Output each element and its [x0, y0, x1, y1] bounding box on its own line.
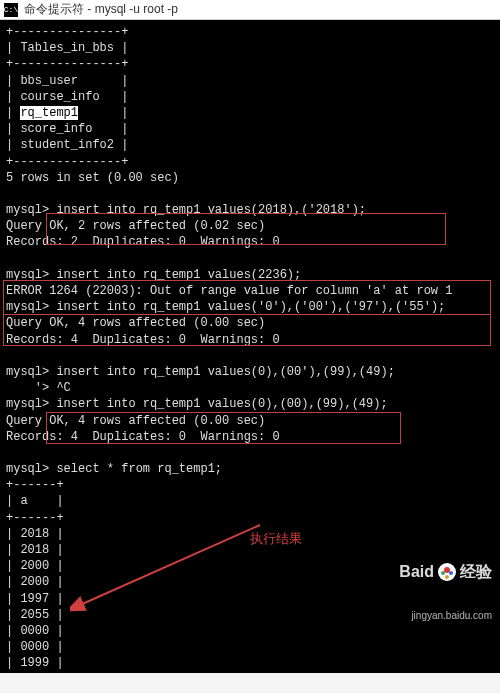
query-records: Records: 4 Duplicates: 0 Warnings: 0: [6, 430, 280, 444]
query-records: Records: 4 Duplicates: 0 Warnings: 0: [6, 333, 280, 347]
prompt: mysql>: [6, 300, 49, 314]
sql-insert-1: insert into rq_temp1 values(2018),('2018…: [56, 203, 366, 217]
annotation-label: 执行结果: [250, 530, 302, 548]
result-value: 2018: [20, 543, 49, 557]
prompt: mysql>: [6, 462, 49, 476]
sql-insert-2: insert into rq_temp1 values(2236);: [56, 268, 301, 282]
prompt: mysql>: [6, 203, 49, 217]
query-result: Query OK, 2 rows affected (0.02 sec): [6, 219, 265, 233]
window-title: 命令提示符 - mysql -u root -p: [24, 1, 178, 18]
result-value: 2000: [20, 575, 49, 589]
prompt: mysql>: [6, 365, 49, 379]
table-row: student_info2: [20, 138, 114, 152]
sql-insert-4: insert into rq_temp1 values(0),(00'),(99…: [56, 365, 394, 379]
table-row-highlighted: rq_temp1: [20, 106, 78, 120]
result-value: 2055: [20, 608, 49, 622]
watermark-url: jingyan.baidu.com: [399, 610, 492, 622]
result-border: +------+: [6, 511, 64, 525]
terminal-output[interactable]: +---------------+ | Tables_in_bbs | +---…: [0, 20, 500, 673]
result-border: +------+: [6, 478, 64, 492]
annotation-arrow-icon: [70, 515, 290, 635]
table-row: bbs_user: [20, 74, 78, 88]
result-value: 0000: [20, 640, 49, 654]
prompt: mysql>: [6, 397, 49, 411]
rowcount: 5 rows in set (0.00 sec): [6, 171, 179, 185]
result-value: 1997: [20, 592, 49, 606]
result-value: 2049: [20, 673, 49, 674]
prompt: mysql>: [6, 268, 49, 282]
watermark: Baid经验 jingyan.baidu.com: [399, 533, 492, 651]
result-value: 1999: [20, 656, 49, 670]
table-row: score_info: [20, 122, 92, 136]
sql-insert-3: insert into rq_temp1 values('0'),('00'),…: [56, 300, 445, 314]
sql-select: select * from rq_temp1;: [56, 462, 222, 476]
watermark-brand-suffix: 经验: [460, 562, 492, 581]
query-result: Query OK, 4 rows affected (0.00 sec): [6, 316, 265, 330]
table-border: +---------------+: [6, 25, 128, 39]
table-border: +---------------+: [6, 57, 128, 71]
table-row: course_info: [20, 90, 99, 104]
window-title-bar: C:\ 命令提示符 - mysql -u root -p: [0, 0, 500, 20]
query-result: Query OK, 4 rows affected (0.00 sec): [6, 414, 265, 428]
table-border: +---------------+: [6, 155, 128, 169]
cmd-icon: C:\: [4, 3, 18, 17]
query-records: Records: 2 Duplicates: 0 Warnings: 0: [6, 235, 280, 249]
result-value: 2000: [20, 559, 49, 573]
result-header: | a |: [6, 494, 64, 508]
table-header: | Tables_in_bbs |: [6, 41, 128, 55]
result-value: 0000: [20, 624, 49, 638]
result-value: 2018: [20, 527, 49, 541]
continuation-prompt: '> ^C: [6, 381, 71, 395]
paw-icon: [438, 563, 456, 581]
watermark-brand: Baid: [399, 562, 434, 581]
svg-line-1: [80, 525, 260, 605]
error-message: ERROR 1264 (22003): Out of range value f…: [6, 284, 452, 298]
sql-insert-5: insert into rq_temp1 values(0),(00),(99)…: [56, 397, 387, 411]
